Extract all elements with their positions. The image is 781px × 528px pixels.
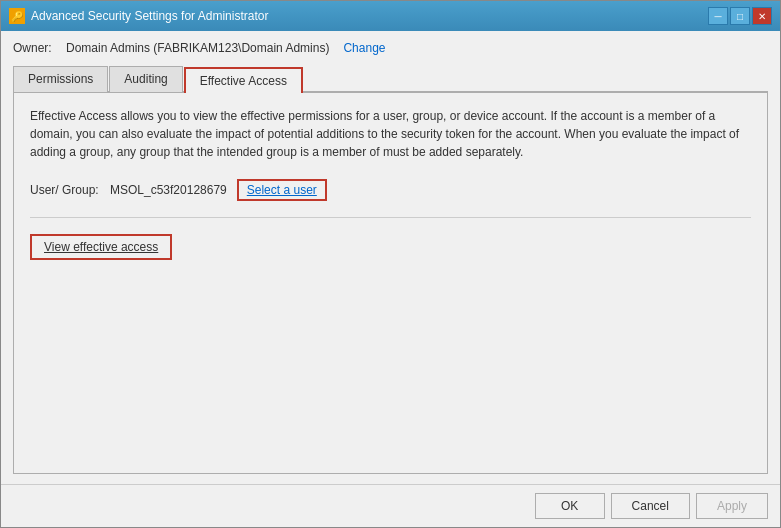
- user-group-value: MSOL_c53f20128679: [110, 183, 227, 197]
- tab-effective-access[interactable]: Effective Access: [184, 67, 303, 93]
- close-button[interactable]: ✕: [752, 7, 772, 25]
- bottom-bar: OK Cancel Apply: [1, 484, 780, 527]
- title-controls: ─ □ ✕: [708, 7, 772, 25]
- effective-access-description: Effective Access allows you to view the …: [30, 107, 751, 161]
- owner-row: Owner: Domain Admins (FABRIKAM123\Domain…: [13, 41, 768, 55]
- maximize-button[interactable]: □: [730, 7, 750, 25]
- title-bar-left: 🔑 Advanced Security Settings for Adminis…: [9, 8, 268, 24]
- change-owner-link[interactable]: Change: [343, 41, 385, 55]
- select-user-button[interactable]: Select a user: [237, 179, 327, 201]
- minimize-button[interactable]: ─: [708, 7, 728, 25]
- owner-value: Domain Admins (FABRIKAM123\Domain Admins…: [66, 41, 329, 55]
- window-icon: 🔑: [9, 8, 25, 24]
- cancel-button[interactable]: Cancel: [611, 493, 690, 519]
- tab-bar: Permissions Auditing Effective Access: [13, 65, 768, 93]
- ok-button[interactable]: OK: [535, 493, 605, 519]
- user-group-row: User/ Group: MSOL_c53f20128679 Select a …: [30, 179, 751, 218]
- title-bar: 🔑 Advanced Security Settings for Adminis…: [1, 1, 780, 31]
- window-title: Advanced Security Settings for Administr…: [31, 9, 268, 23]
- main-window: 🔑 Advanced Security Settings for Adminis…: [0, 0, 781, 528]
- tab-auditing[interactable]: Auditing: [109, 66, 182, 92]
- apply-button[interactable]: Apply: [696, 493, 768, 519]
- content-area: Owner: Domain Admins (FABRIKAM123\Domain…: [1, 31, 780, 484]
- user-group-label: User/ Group:: [30, 183, 100, 197]
- owner-label: Owner:: [13, 41, 58, 55]
- view-effective-access-button[interactable]: View effective access: [30, 234, 172, 260]
- tab-permissions[interactable]: Permissions: [13, 66, 108, 92]
- tab-content-effective-access: Effective Access allows you to view the …: [13, 93, 768, 474]
